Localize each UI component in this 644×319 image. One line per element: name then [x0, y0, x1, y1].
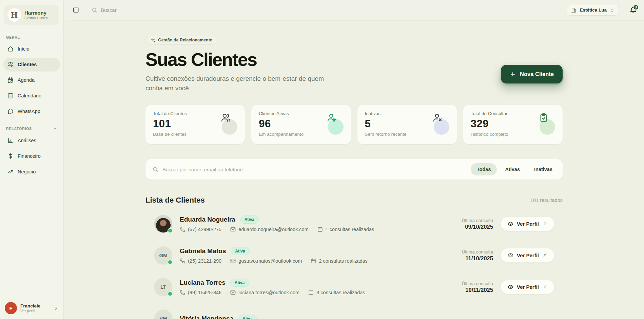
sidebar-toggle-icon[interactable] — [71, 5, 80, 15]
client-rows: Eduarda Nogueira Ativa (67) 42990-275 ed… — [145, 208, 563, 319]
mail-icon — [230, 290, 236, 295]
sidebar-item-label: Calendário — [18, 93, 41, 98]
last-consult-label: Última consulta — [462, 249, 493, 255]
view-profile-button[interactable]: Ver Perfil — [501, 280, 554, 294]
client-avatar: GM — [154, 246, 172, 264]
clipboard-check-icon — [539, 113, 548, 123]
view-profile-button[interactable]: Ver Perfil — [501, 217, 554, 231]
sidebar: H Harmony Gestão Clínica GERAL Início Cl… — [0, 0, 64, 319]
notifications-button[interactable]: 3 — [630, 7, 637, 14]
client-row[interactable]: GM Gabriela Matos Ativa (25) 23121-290 g… — [145, 240, 563, 271]
tab-todas[interactable]: Todas — [471, 163, 497, 175]
client-name: Eduarda Nogueira — [180, 216, 235, 223]
client-avatar — [154, 215, 172, 233]
status-dot — [168, 260, 173, 265]
chevron-right-icon — [54, 306, 59, 311]
sidebar-item-label: Financeiro — [18, 153, 41, 159]
page-subtitle: Cultive conexões duradouras e gerencie o… — [145, 74, 339, 93]
stat-card-total-consultas: Total de Consultas 329 Histórico complet… — [463, 105, 563, 144]
client-search-input[interactable]: Buscar por nome, email ou telefone... — [152, 166, 467, 172]
client-email: eduardo.nogueira@outlook.com — [238, 227, 309, 232]
client-avatar: LT — [154, 278, 172, 296]
users-icon — [7, 61, 14, 68]
sidebar-item-calendario[interactable]: Calendário — [3, 89, 60, 102]
status-badge: Ativa — [240, 215, 259, 224]
last-consult-date: 11/10/2025 — [462, 255, 493, 262]
client-phone: (99) 15425-346 — [188, 290, 221, 295]
sidebar-item-label: Agenda — [18, 77, 35, 83]
eye-icon — [508, 221, 513, 227]
brand-subtitle: Gestão Clínica — [24, 16, 48, 20]
arrow-up-right-icon — [542, 221, 547, 226]
harmony-logo: H — [7, 8, 21, 22]
sidebar-item-financeiro[interactable]: Financeiro — [3, 149, 60, 163]
search-icon — [152, 166, 158, 172]
sidebar-item-label: Análises — [18, 138, 36, 143]
stat-card-clientes-ativas: Clientes Ativas 96 Em acompanhamento — [251, 105, 351, 144]
sidebar-item-inicio[interactable]: Início — [3, 42, 60, 56]
client-filter-bar: Buscar por nome, email ou telefone... To… — [145, 159, 563, 180]
phone-icon — [180, 290, 185, 295]
tab-ativas[interactable]: Ativas — [499, 163, 526, 175]
status-badge: Ativa — [238, 315, 257, 319]
client-name: Vitória Mendonça — [180, 315, 233, 319]
sidebar-item-agenda[interactable]: Agenda — [3, 73, 60, 87]
user-profile[interactable]: F Franciele Ver perfil — [0, 297, 63, 319]
stat-card-inativas: Inativas 5 Sem retorno recente — [357, 105, 457, 144]
client-list-section: Lista de Clientes 101 resultados Eduarda… — [145, 196, 563, 319]
sidebar-item-analises[interactable]: Análises — [3, 134, 60, 147]
status-dot — [168, 228, 173, 233]
last-consult-label: Última consulta — [462, 281, 493, 286]
sidebar-section-relatorios[interactable]: RELATÓRIOS — [6, 126, 57, 131]
view-profile-label: Ver Perfil — [517, 284, 539, 290]
user-name: Franciele — [20, 303, 40, 308]
search-icon — [92, 7, 97, 13]
sidebar-item-clientes[interactable]: Clientes — [3, 58, 60, 71]
trending-up-icon — [7, 169, 14, 175]
plus-icon — [510, 71, 516, 77]
client-name: Luciana Torres — [180, 279, 226, 286]
dollar-icon — [7, 153, 14, 159]
sidebar-item-label: Negócio — [18, 169, 36, 174]
sidebar-item-negocio[interactable]: Negócio — [3, 165, 60, 179]
sidebar-item-whatsapp[interactable]: WhatsApp — [3, 105, 60, 118]
sidebar-item-label: Início — [18, 46, 30, 52]
sidebar-item-label: WhatsApp — [18, 109, 40, 114]
calendar-icon — [308, 290, 314, 295]
status-dot — [168, 291, 173, 296]
view-profile-label: Ver Perfil — [517, 252, 539, 258]
page-title: Suas Clientes — [145, 49, 563, 70]
global-search-input[interactable]: Buscar — [92, 7, 561, 13]
mail-icon — [230, 227, 236, 232]
client-row[interactable]: VM Vitória Mendonça Ativa — [145, 303, 563, 319]
hero-badge-label: Gestão de Relacionamento — [158, 38, 212, 42]
brand-name: Harmony — [24, 10, 48, 16]
results-count: 101 resultados — [530, 198, 563, 203]
eye-icon — [508, 284, 513, 290]
notification-count-badge: 3 — [633, 4, 639, 10]
client-row[interactable]: Eduarda Nogueira Ativa (67) 42990-275 ed… — [145, 208, 563, 240]
calendar-clock-icon — [7, 77, 14, 83]
new-client-button[interactable]: Nova Cliente — [501, 65, 563, 83]
clinic-selector[interactable]: Estética Lua — [567, 5, 619, 16]
client-name: Gabriela Matos — [180, 247, 226, 255]
client-search-placeholder: Buscar por nome, email ou telefone... — [162, 167, 247, 172]
stats-row: Total de Clientes 101 Base de clientes C… — [145, 105, 563, 144]
hero-section: Gestão de Relacionamento Suas Clientes C… — [145, 36, 563, 93]
last-consult-date: 09/10/2025 — [462, 224, 493, 230]
sidebar-nav-general: Início Clientes Agenda Calendário WhatsA… — [0, 42, 63, 118]
message-circle-icon — [7, 108, 14, 114]
view-profile-button[interactable]: Ver Perfil — [501, 248, 554, 263]
phone-icon — [180, 227, 185, 232]
user-avatar: F — [5, 302, 17, 314]
brand-block[interactable]: H Harmony Gestão Clínica — [4, 5, 59, 25]
client-row[interactable]: LT Luciana Torres Ativa (99) 15425-346 l… — [145, 271, 563, 303]
chevron-down-icon — [53, 126, 57, 131]
user-star-icon — [327, 113, 337, 123]
tab-inativas[interactable]: Inativas — [528, 163, 559, 175]
mail-icon — [230, 258, 236, 264]
client-avatar: VM — [154, 309, 172, 319]
new-client-label: Nova Cliente — [520, 71, 554, 77]
phone-icon — [180, 258, 185, 264]
sparkles-icon — [151, 38, 155, 42]
